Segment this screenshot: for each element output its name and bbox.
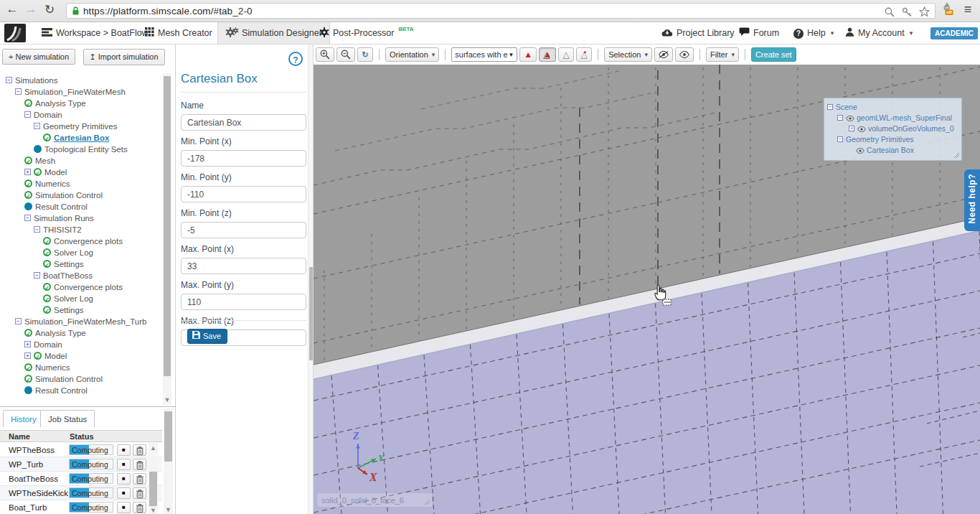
expand-icon[interactable]: +	[849, 126, 854, 131]
browser-menu-icon[interactable]: ≡	[960, 2, 976, 17]
table-scrollbar[interactable]: ▲ ▼	[149, 443, 158, 514]
field-input-max-point-x-[interactable]	[181, 258, 306, 274]
show-selection-button[interactable]	[675, 47, 694, 62]
scene-node-geometry-primitives[interactable]: −Geometry Primitives	[824, 134, 961, 145]
visibility-eye-icon[interactable]	[857, 124, 866, 135]
tree-item-analysis-type[interactable]: ✓Analysis Type	[0, 98, 162, 109]
tree-item-simulation-finewatermesh-turb[interactable]: −Simulation_FineWaterMesh_Turb	[0, 316, 162, 327]
tree-item-mesh[interactable]: ✓Mesh	[0, 155, 162, 167]
extension-flame-icon[interactable]: off	[941, 2, 953, 19]
key-icon[interactable]	[902, 7, 912, 20]
tree-item-result-control[interactable]: Result Control	[0, 385, 162, 396]
job-row-boattheboss[interactable]: BoatTheBossComputing■	[0, 472, 162, 486]
tree-item-analysis-type[interactable]: ✓Analysis Type	[0, 327, 162, 339]
field-input-min-point-x-[interactable]	[181, 150, 306, 167]
tree-item-numerics[interactable]: ✓Numerics	[0, 178, 162, 190]
panel-scrollbar[interactable]: ▼	[164, 408, 173, 514]
nav-tab-mesh-creator[interactable]: Mesh Creator	[138, 22, 220, 44]
nav-item-project-library[interactable]: Project Library	[654, 22, 742, 44]
tab-job-status[interactable]: Job Status	[40, 410, 95, 427]
tree-item-domain[interactable]: −Domain	[0, 109, 162, 121]
job-row-wp_turb[interactable]: WP_TurbComputing■	[0, 457, 162, 472]
stop-job-button[interactable]: ■	[117, 473, 131, 485]
refresh-view-button[interactable]: ↻	[357, 47, 373, 62]
tree-item-model[interactable]: +✓Model	[0, 167, 162, 178]
tree-scrollbar[interactable]: ▼	[163, 73, 171, 405]
expand-icon[interactable]: +	[24, 352, 31, 359]
tree-item-boattheboss[interactable]: −BoatTheBoss	[0, 270, 162, 281]
tree-item-convergence-plots[interactable]: ✓Convergence plots	[0, 235, 162, 247]
stop-job-button[interactable]: ■	[117, 444, 131, 456]
zoom-out-button[interactable]	[336, 47, 355, 62]
visibility-eye-icon[interactable]	[856, 146, 864, 156]
hide-selection-button[interactable]	[654, 47, 673, 62]
delete-job-button[interactable]	[133, 502, 146, 513]
nav-item-my-account[interactable]: My Account▾	[838, 22, 920, 44]
delete-job-button[interactable]	[133, 487, 146, 499]
collapse-icon[interactable]: −	[34, 272, 40, 279]
browser-forward-icon[interactable]: →	[23, 2, 39, 17]
help-icon[interactable]: ?	[288, 52, 303, 66]
collapse-icon[interactable]: −	[15, 318, 22, 324]
field-input-min-point-y-[interactable]	[181, 186, 306, 202]
tree-item-topological-entity-sets[interactable]: Topological Entity Sets	[0, 144, 162, 155]
tab-history[interactable]: History	[3, 410, 44, 427]
job-row-wpthesidekick[interactable]: WPTheSideKickComputing■	[0, 486, 162, 500]
viewport-3d[interactable]: ↻ Orientation▾ surfaces with e▼ ▲ ▲△ △ △…	[314, 45, 980, 514]
delete-job-button[interactable]	[133, 444, 146, 456]
nav-item-forum[interactable]: Forum	[732, 22, 786, 44]
visibility-eye-icon[interactable]	[846, 113, 854, 124]
delete-job-button[interactable]	[133, 459, 146, 470]
import-simulation-button[interactable]: ↥ Import simulation	[83, 49, 165, 65]
tree-item-cartesian-box[interactable]: ✓Cartesian Box	[0, 132, 162, 144]
collapse-icon[interactable]: −	[827, 104, 833, 110]
field-input-name[interactable]	[181, 114, 306, 131]
collapse-icon[interactable]: −	[837, 115, 843, 121]
zoom-fit-button[interactable]	[316, 47, 334, 62]
tree-item-simulation-control[interactable]: ✓Simulation Control	[0, 190, 162, 201]
create-set-button[interactable]: Create set	[751, 47, 796, 62]
collapse-icon[interactable]: −	[34, 226, 40, 233]
stop-job-button[interactable]: ■	[117, 487, 131, 499]
stop-job-button[interactable]: ■	[117, 459, 131, 470]
stop-job-button[interactable]: ■	[117, 502, 131, 513]
url-text[interactable]: https://platform.simscale.com/#tab_2-0	[83, 6, 253, 17]
collapse-icon[interactable]: −	[837, 136, 843, 142]
scene-node-geomlwl-mesh-superfinal[interactable]: −geomLWL-mesh_SuperFinal	[824, 113, 961, 123]
tree-item-simulation-runs[interactable]: −Simulation Runs	[0, 212, 162, 224]
browser-reload-icon[interactable]: ↻	[42, 2, 57, 17]
collapse-icon[interactable]: −	[6, 77, 12, 83]
filter-dropdown[interactable]: Filter▾	[706, 47, 739, 62]
tree-item-solver-log[interactable]: ✓Solver Log	[0, 247, 162, 258]
render-surfaces-edges-button[interactable]: ▲△	[539, 47, 556, 62]
render-points-button[interactable]: △▲	[576, 47, 592, 62]
new-simulation-button[interactable]: + New simulation	[2, 49, 75, 65]
tree-item-thisisit2[interactable]: −THISISIT2	[0, 224, 162, 235]
nav-tab-post-processor[interactable]: Post-ProcessorBETA	[312, 22, 421, 44]
search-icon[interactable]	[885, 7, 895, 20]
star-bookmark-icon[interactable]	[919, 6, 930, 20]
scene-node-volumeongeovolumes-0[interactable]: +volumeOnGeoVolumes_0	[824, 123, 961, 134]
delete-job-button[interactable]	[133, 473, 146, 485]
save-button[interactable]: Save	[187, 329, 227, 344]
field-input-min-point-z-[interactable]	[181, 222, 306, 238]
tree-item-settings[interactable]: ✓Settings	[0, 258, 162, 270]
job-row-boat_turb[interactable]: Boat_TurbComputing■	[0, 500, 162, 514]
selection-dropdown[interactable]: Selection▾	[604, 47, 652, 62]
scene-node-scene[interactable]: −Scene	[824, 102, 961, 113]
orientation-dropdown[interactable]: Orientation▾	[385, 47, 439, 62]
scene-3d[interactable]: ZYX −Scene−geomLWL-mesh_SuperFinal+volum…	[314, 65, 980, 514]
tree-item-result-control[interactable]: Result Control	[0, 201, 162, 212]
collapse-icon[interactable]: −	[24, 215, 31, 221]
tree-item-geometry-primitives[interactable]: −Geometry Primitives	[0, 121, 162, 132]
browser-back-icon[interactable]: ←	[4, 2, 20, 17]
tree-item-settings[interactable]: ✓Settings	[0, 304, 162, 316]
tree-item-simulation-control[interactable]: ✓Simulation Control	[0, 373, 162, 385]
tree-item-model[interactable]: +✓Model	[0, 350, 162, 362]
address-bar[interactable]: https://platform.simscale.com/#tab_2-0	[66, 3, 936, 19]
render-wireframe-button[interactable]: △	[558, 47, 574, 62]
collapse-icon[interactable]: −	[24, 111, 31, 118]
nav-item-help[interactable]: ?Help▾	[786, 22, 841, 44]
tree-item-domain[interactable]: +Domain	[0, 339, 162, 350]
collapse-icon[interactable]: −	[15, 88, 22, 95]
